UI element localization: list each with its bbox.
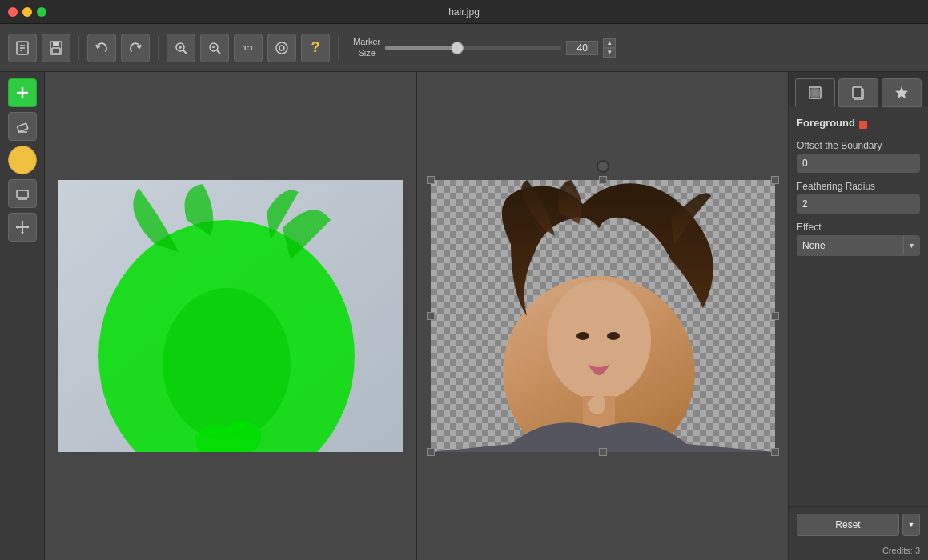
marker-size-area: Marker Size ▲ ▼ (353, 37, 616, 58)
maximize-button[interactable] (37, 7, 46, 17)
marker-value-box (566, 41, 598, 55)
right-panel: Foreground Offset the Boundary ▲ ▼ Feath… (788, 72, 928, 560)
move-icon (14, 219, 30, 235)
titlebar: hair.jpg (0, 0, 928, 24)
marker-size-down[interactable]: ▼ (603, 48, 616, 58)
zoom-reset-button[interactable]: 1:1 (234, 34, 263, 62)
new-icon (14, 40, 30, 56)
star-icon (894, 85, 910, 101)
eraser-icon (15, 119, 30, 134)
marker-size-label: Marker Size (353, 37, 380, 58)
window-title: hair.jpg (448, 6, 480, 18)
save-button[interactable] (42, 34, 70, 62)
tab-layers[interactable] (795, 78, 835, 107)
layers-icon (807, 85, 823, 101)
effect-section: Effect None Blur Sharpen Matte ▼ (797, 222, 920, 256)
feathering-radius-section: Feathering Radius ▲ ▼ (797, 181, 920, 214)
offset-boundary-input[interactable] (797, 154, 920, 172)
section-header: Foreground (797, 117, 920, 132)
svg-point-15 (279, 46, 284, 50)
fg-indicator (859, 121, 867, 129)
move-button[interactable] (8, 213, 37, 242)
section-title: Foreground (797, 117, 855, 129)
copy-icon (850, 85, 866, 101)
svg-point-14 (276, 42, 287, 54)
redo-icon (127, 40, 143, 56)
left-sidebar (0, 72, 45, 560)
svg-marker-38 (895, 86, 908, 99)
offset-boundary-spinner: ▲ ▼ (797, 154, 920, 173)
new-button[interactable] (8, 34, 37, 62)
source-image (58, 180, 403, 452)
erase-button[interactable] (8, 112, 37, 141)
svg-point-32 (607, 332, 620, 340)
add-foreground-button[interactable] (8, 78, 37, 107)
marker-size-slider[interactable] (385, 46, 561, 50)
offset-boundary-section: Offset the Boundary ▲ ▼ (797, 140, 920, 173)
svg-rect-20 (17, 190, 28, 198)
reset-arrow-button[interactable]: ▼ (902, 514, 920, 536)
reset-area: Reset ▼ (789, 506, 928, 542)
zoom-out-icon (207, 40, 223, 56)
result-image-container (431, 180, 775, 452)
add-icon (15, 86, 30, 100)
canvas-area (45, 72, 788, 560)
drag-handle[interactable] (597, 160, 609, 173)
svg-point-26 (163, 288, 291, 440)
svg-line-13 (217, 50, 220, 54)
redo-button[interactable] (121, 34, 150, 62)
canvas-right[interactable] (416, 72, 788, 560)
right-panel-content: Foreground Offset the Boundary ▲ ▼ Feath… (789, 107, 928, 317)
effect-dropdown: None Blur Sharpen Matte ▼ (797, 235, 920, 256)
fit-icon (274, 40, 290, 56)
close-button[interactable] (8, 7, 18, 17)
help-label: ? (311, 39, 320, 56)
right-panel-spacer (789, 317, 928, 507)
marker-size-up[interactable]: ▲ (603, 38, 616, 48)
offset-boundary-label: Offset the Boundary (797, 140, 920, 151)
feathering-radius-spinner: ▲ ▼ (797, 194, 920, 214)
toolbar-separator-2 (158, 36, 159, 60)
undo-button[interactable] (87, 34, 116, 62)
minimize-button[interactable] (22, 7, 32, 17)
svg-line-10 (183, 50, 187, 54)
zoom-reset-label: 1:1 (243, 44, 253, 52)
toolbar: 1:1 ? Marker Size ▲ ▼ (0, 24, 928, 72)
canvas-left[interactable] (45, 72, 416, 560)
svg-rect-6 (52, 48, 60, 54)
zoom-in-icon (173, 40, 189, 56)
undo-icon (94, 40, 110, 56)
bg-eraser-icon (15, 186, 30, 201)
svg-point-29 (547, 280, 651, 400)
canvas-svg-left (58, 180, 403, 452)
svg-point-31 (576, 332, 589, 340)
result-svg (431, 180, 775, 452)
reset-button[interactable]: Reset (797, 514, 899, 536)
save-icon (48, 40, 64, 56)
effect-label: Effect (797, 222, 920, 233)
marker-size-spinners: ▲ ▼ (603, 38, 616, 58)
credits-label: Credits: 3 (882, 546, 920, 555)
tab-favorites[interactable] (882, 78, 922, 107)
feathering-radius-input[interactable] (797, 195, 920, 213)
svg-rect-37 (853, 87, 862, 98)
effect-dropdown-arrow[interactable]: ▼ (903, 236, 919, 255)
effect-select[interactable]: None Blur Sharpen Matte (797, 240, 903, 251)
svg-rect-34 (812, 90, 818, 96)
svg-rect-18 (17, 123, 28, 132)
toolbar-separator-3 (338, 36, 339, 60)
credits-area: Credits: 3 (789, 542, 928, 560)
window-controls (8, 7, 46, 17)
marker-size-input[interactable] (566, 41, 598, 55)
zoom-out-button[interactable] (200, 34, 229, 62)
zoom-in-button[interactable] (167, 34, 195, 62)
fg-color-button[interactable] (8, 146, 37, 174)
bg-erase-button[interactable] (8, 179, 37, 208)
tab-copy[interactable] (838, 78, 878, 107)
toolbar-separator-1 (78, 36, 79, 60)
main-layout: Foreground Offset the Boundary ▲ ▼ Feath… (0, 72, 928, 560)
right-tabs (789, 72, 928, 107)
help-button[interactable]: ? (301, 34, 330, 62)
fit-button[interactable] (267, 34, 296, 62)
svg-rect-5 (53, 42, 59, 46)
